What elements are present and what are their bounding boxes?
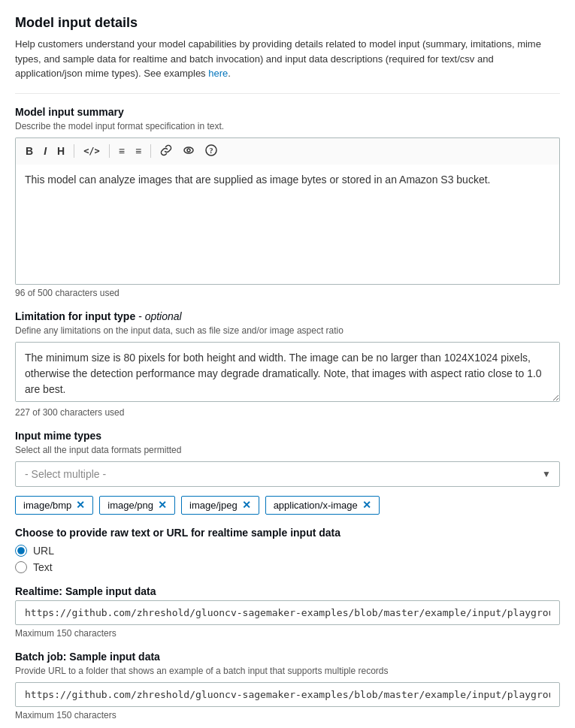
mime-tag-png-remove[interactable]: ✕ <box>158 500 167 510</box>
toolbar-italic-button[interactable]: I <box>40 143 50 159</box>
toolbar-code-button[interactable]: </> <box>80 144 104 158</box>
limitation-section: Limitation for input type - optional Def… <box>15 310 560 418</box>
page-container: Model input details Help customers under… <box>0 0 575 728</box>
optional-label: - optional <box>138 310 182 322</box>
radio-text-label[interactable]: Text <box>33 561 53 573</box>
mime-tag-bmp: image/bmp ✕ <box>15 496 93 515</box>
mime-section: Input mime types Select all the input da… <box>15 430 560 515</box>
summary-label: Model input summary <box>15 106 560 118</box>
mime-tag-ximage: application/x-image ✕ <box>265 496 380 515</box>
radio-url-label[interactable]: URL <box>33 545 54 557</box>
radio-url[interactable] <box>15 545 27 557</box>
mime-sublabel: Select all the input data formats permit… <box>15 445 560 455</box>
toolbar-separator-1 <box>74 144 74 158</box>
page-description: Help customers understand your model cap… <box>15 37 560 81</box>
limitation-label: Limitation for input type - optional <box>15 310 560 322</box>
eye-icon <box>183 144 195 156</box>
summary-section: Model input summary Describe the model i… <box>15 106 560 298</box>
realtime-max-chars: Maximum 150 characters <box>15 628 560 639</box>
toolbar-heading-button[interactable]: H <box>53 143 68 159</box>
realtime-input[interactable] <box>15 600 560 625</box>
mime-tag-png: image/png ✕ <box>99 496 175 515</box>
batch-input[interactable] <box>15 682 560 707</box>
realtime-section: Realtime: Sample input data Maximum 150 … <box>15 585 560 639</box>
examples-link[interactable]: here <box>208 68 228 79</box>
toolbar-preview-button[interactable] <box>179 143 198 160</box>
svg-text:?: ? <box>210 147 213 155</box>
mime-select-wrapper: - Select multiple - ▼ <box>15 461 560 487</box>
batch-section: Batch job: Sample input data Provide URL… <box>15 651 560 720</box>
toolbar-separator-3 <box>150 144 151 158</box>
page-title: Model input details <box>15 15 560 31</box>
svg-point-0 <box>184 147 193 153</box>
batch-label: Batch job: Sample input data <box>15 651 560 663</box>
realtime-label: Realtime: Sample input data <box>15 585 560 597</box>
svg-point-1 <box>187 149 190 152</box>
mime-select[interactable]: - Select multiple - <box>15 461 560 487</box>
mime-tag-ximage-remove[interactable]: ✕ <box>362 500 371 510</box>
radio-option-url[interactable]: URL <box>15 545 560 557</box>
mime-tag-bmp-remove[interactable]: ✕ <box>76 500 85 510</box>
link-icon <box>160 144 172 156</box>
sample-type-label: Choose to provide raw text or URL for re… <box>15 527 560 539</box>
toolbar-separator-2 <box>109 144 110 158</box>
limitation-sublabel: Define any limitations on the input data… <box>15 325 560 336</box>
mime-tag-jpeg: image/jpeg ✕ <box>181 496 259 515</box>
section-divider <box>15 93 560 94</box>
mime-tag-jpeg-remove[interactable]: ✕ <box>242 500 251 510</box>
radio-text[interactable] <box>15 561 27 573</box>
toolbar-link-button[interactable] <box>156 143 176 160</box>
summary-sublabel: Describe the model input format specific… <box>15 121 560 131</box>
sample-type-section: Choose to provide raw text or URL for re… <box>15 527 560 573</box>
toolbar-ul-button[interactable]: ≡ <box>115 143 129 159</box>
batch-sublabel: Provide URL to a folder that shows an ex… <box>15 666 560 676</box>
toolbar-help-button[interactable]: ? <box>201 143 221 160</box>
rich-text-toolbar: B I H </> ≡ ≡ <box>15 137 560 165</box>
limitation-textarea[interactable] <box>15 342 560 402</box>
help-icon: ? <box>205 144 217 156</box>
toolbar-bold-button[interactable]: B <box>22 143 37 159</box>
limitation-char-count: 227 of 300 characters used <box>15 407 560 418</box>
batch-max-chars: Maximum 150 characters <box>15 710 560 720</box>
radio-option-text[interactable]: Text <box>15 561 560 573</box>
mime-label: Input mime types <box>15 430 560 442</box>
summary-char-count: 96 of 500 characters used <box>15 288 560 298</box>
toolbar-ol-button[interactable]: ≡ <box>132 143 145 159</box>
summary-text-area[interactable]: This model can analyze images that are s… <box>15 165 560 285</box>
mime-tags: image/bmp ✕ image/png ✕ image/jpeg ✕ app… <box>15 496 560 515</box>
